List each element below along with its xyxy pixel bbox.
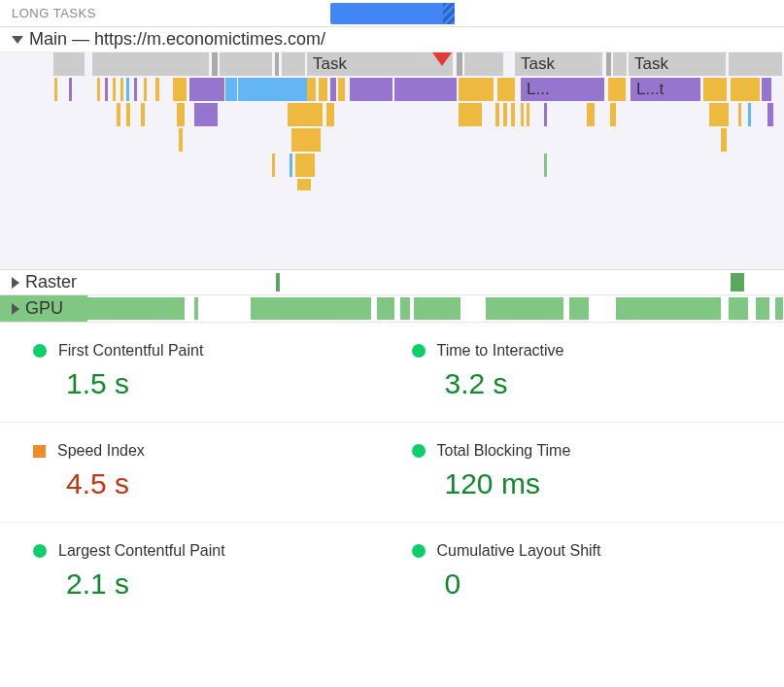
script-bar[interactable] — [288, 103, 323, 126]
task-bar[interactable] — [212, 52, 218, 76]
layout-bar[interactable] — [394, 78, 457, 101]
task-label[interactable]: Task — [629, 52, 726, 76]
layout-bar[interactable] — [105, 78, 108, 101]
script-bar[interactable] — [503, 103, 507, 126]
script-bar[interactable] — [338, 78, 345, 101]
gpu-bar[interactable] — [569, 297, 589, 320]
task-bar[interactable] — [220, 52, 272, 76]
layout-bar[interactable] — [134, 78, 137, 101]
gpu-bar[interactable] — [414, 297, 460, 320]
paint-bar[interactable] — [544, 154, 547, 177]
task-label[interactable]: Task — [515, 52, 602, 76]
script-bar[interactable] — [297, 179, 311, 190]
script-bar[interactable] — [307, 78, 316, 101]
script-bar[interactable] — [177, 103, 185, 126]
gpu-bar[interactable] — [756, 297, 769, 320]
gpu-bar[interactable] — [377, 297, 394, 320]
script-bar[interactable] — [272, 154, 275, 177]
script-bar[interactable] — [703, 78, 727, 101]
parse-bar[interactable] — [126, 78, 129, 101]
script-bar[interactable] — [521, 103, 524, 126]
gpu-bar[interactable] — [400, 297, 410, 320]
script-bar[interactable] — [113, 78, 116, 101]
script-bar[interactable] — [141, 103, 145, 126]
main-thread-header[interactable]: Main — https://m.economictimes.com/ — [0, 27, 784, 52]
script-bar[interactable] — [97, 78, 100, 101]
task-bar[interactable] — [606, 52, 611, 76]
gpu-bar[interactable] — [194, 297, 198, 320]
layout-bar[interactable] — [350, 78, 392, 101]
script-bar[interactable] — [721, 128, 727, 152]
script-bar[interactable] — [126, 103, 130, 126]
script-bar[interactable] — [173, 78, 187, 101]
script-bar[interactable] — [155, 78, 159, 101]
metric-value: 2.1 s — [33, 567, 369, 601]
task-bar[interactable] — [92, 52, 209, 76]
parse-bar[interactable] — [225, 78, 237, 101]
layout-bar[interactable] — [330, 78, 336, 101]
script-bar[interactable] — [497, 78, 515, 101]
metric-value: 3.2 s — [412, 367, 762, 400]
layout-bar[interactable] — [544, 103, 547, 126]
raster-mark[interactable] — [731, 273, 744, 292]
gpu-bar[interactable] — [616, 297, 721, 320]
task-label[interactable]: Task — [307, 52, 453, 76]
parse-bar[interactable] — [748, 103, 751, 126]
script-bar[interactable] — [738, 103, 741, 126]
long-tasks-label: LONG TASKS — [0, 6, 96, 20]
task-bar[interactable] — [457, 52, 462, 76]
script-bar[interactable] — [144, 78, 147, 101]
raster-mark[interactable] — [276, 273, 280, 292]
gpu-bar[interactable] — [486, 297, 563, 320]
script-bar[interactable] — [117, 103, 120, 126]
layout-bar[interactable] — [762, 78, 771, 101]
long-tasks-track[interactable]: LONG TASKS — [0, 0, 784, 27]
expand-icon[interactable] — [12, 303, 19, 315]
metric-label: First Contentful Paint — [58, 342, 203, 360]
script-bar[interactable] — [291, 128, 321, 152]
task-bar[interactable] — [729, 52, 782, 76]
script-bar[interactable] — [295, 154, 315, 177]
layout-bar[interactable] — [189, 78, 224, 101]
parse-bar[interactable] — [290, 154, 292, 177]
gpu-bar[interactable] — [87, 297, 185, 320]
script-bar[interactable] — [731, 78, 760, 101]
script-bar[interactable] — [610, 103, 616, 126]
script-bar[interactable] — [587, 103, 595, 126]
gpu-bar[interactable] — [729, 297, 748, 320]
gpu-bar[interactable] — [251, 297, 371, 320]
script-bar[interactable] — [527, 103, 529, 126]
task-bar[interactable] — [613, 52, 627, 76]
parse-bar[interactable] — [238, 78, 308, 101]
layout-label[interactable]: L...t — [631, 78, 700, 101]
gpu-bar[interactable] — [775, 297, 783, 320]
script-bar[interactable] — [495, 103, 499, 126]
main-thread-waterfall[interactable]: Main — https://m.economictimes.com/ Task… — [0, 27, 784, 270]
script-bar[interactable] — [179, 128, 183, 152]
collapse-icon[interactable] — [12, 36, 23, 44]
script-bar[interactable] — [511, 103, 515, 126]
layout-bar[interactable] — [194, 103, 218, 126]
layout-label[interactable]: L... — [521, 78, 604, 101]
task-bar[interactable] — [53, 52, 85, 76]
script-bar[interactable] — [326, 103, 334, 126]
flame-chart[interactable]: Task Task Task — [0, 52, 784, 270]
script-bar[interactable] — [120, 78, 123, 101]
task-bar[interactable] — [464, 52, 503, 76]
raster-track[interactable]: Raster — [0, 270, 784, 295]
expand-icon[interactable] — [12, 277, 19, 289]
script-bar[interactable] — [319, 78, 327, 101]
gpu-track[interactable]: GPU — [0, 295, 784, 323]
layout-bar[interactable] — [69, 78, 72, 101]
long-task-bar[interactable] — [330, 3, 455, 24]
task-bar[interactable] — [282, 52, 305, 76]
layout-bar[interactable] — [767, 103, 773, 126]
script-bar[interactable] — [459, 78, 494, 101]
script-bar[interactable] — [54, 78, 57, 101]
script-bar[interactable] — [709, 103, 729, 126]
metric-value: 4.5 s — [33, 467, 369, 500]
script-bar[interactable] — [608, 78, 626, 101]
task-bar[interactable] — [275, 52, 279, 76]
script-bar[interactable] — [459, 103, 482, 126]
warning-flag-icon[interactable] — [432, 52, 452, 66]
